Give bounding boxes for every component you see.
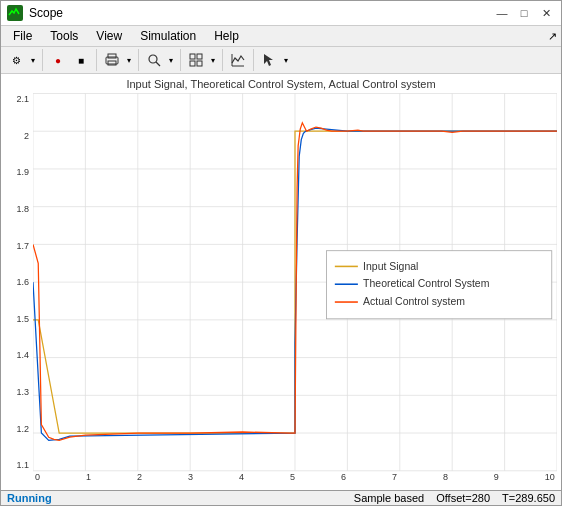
x-label-10: 10 bbox=[545, 472, 555, 488]
x-axis-labels: 0 1 2 3 4 5 6 7 8 9 10 bbox=[33, 472, 557, 488]
x-label-8: 8 bbox=[443, 472, 448, 488]
close-button[interactable]: ✕ bbox=[537, 5, 555, 21]
title-bar: Scope — □ ✕ bbox=[1, 1, 561, 26]
maximize-button[interactable]: □ bbox=[515, 5, 533, 21]
x-label-9: 9 bbox=[494, 472, 499, 488]
toolbar-group-zoom: ▾ bbox=[143, 49, 181, 71]
menu-file[interactable]: File bbox=[5, 28, 40, 44]
y-label-1: 2 bbox=[5, 131, 29, 141]
x-label-7: 7 bbox=[392, 472, 397, 488]
print-dropdown[interactable]: ▾ bbox=[124, 49, 134, 71]
x-label-6: 6 bbox=[341, 472, 346, 488]
expand-icon[interactable]: ↗ bbox=[548, 30, 557, 43]
chart-svg-container[interactable]: Input Signal Theoretical Control System … bbox=[33, 92, 557, 472]
menu-bar: File Tools View Simulation Help ↗ bbox=[1, 26, 561, 47]
zoom-dropdown[interactable]: ▾ bbox=[166, 49, 176, 71]
toolbar-group-print: ▾ bbox=[101, 49, 139, 71]
x-label-0: 0 bbox=[35, 472, 40, 488]
x-label-1: 1 bbox=[86, 472, 91, 488]
svg-rect-8 bbox=[190, 61, 195, 66]
svg-rect-6 bbox=[190, 54, 195, 59]
stop-button[interactable]: ■ bbox=[70, 49, 92, 71]
svg-rect-7 bbox=[197, 54, 202, 59]
minimize-button[interactable]: — bbox=[493, 5, 511, 21]
status-bar: Running Sample based Offset=280 T=289.65… bbox=[1, 490, 561, 505]
layout-dropdown[interactable]: ▾ bbox=[208, 49, 218, 71]
y-axis-labels: 2.1 2 1.9 1.8 1.7 1.6 1.5 1.4 1.3 1.2 1.… bbox=[5, 92, 33, 488]
status-time: T=289.650 bbox=[502, 492, 555, 504]
svg-marker-12 bbox=[264, 54, 273, 66]
y-label-10: 1.1 bbox=[5, 460, 29, 470]
svg-point-4 bbox=[149, 55, 157, 63]
y-label-0: 2.1 bbox=[5, 94, 29, 104]
status-sample-based: Sample based bbox=[354, 492, 424, 504]
chart-svg: Input Signal Theoretical Control System … bbox=[33, 92, 557, 472]
run-button[interactable]: ● bbox=[47, 49, 69, 71]
plot-area: Input Signal, Theoretical Control System… bbox=[1, 74, 561, 490]
toolbar-group-autoscale bbox=[227, 49, 254, 71]
app-icon bbox=[7, 5, 23, 21]
y-label-2: 1.9 bbox=[5, 167, 29, 177]
toolbar: ⚙ ▾ ● ■ ▾ ▾ ▾ bbox=[1, 47, 561, 74]
toolbar-group-settings: ⚙ ▾ bbox=[5, 49, 43, 71]
menu-help[interactable]: Help bbox=[206, 28, 247, 44]
y-label-4: 1.7 bbox=[5, 241, 29, 251]
svg-text:Theoretical Control System: Theoretical Control System bbox=[363, 278, 490, 289]
toolbar-group-layout: ▾ bbox=[185, 49, 223, 71]
scope-window: Scope — □ ✕ File Tools View Simulation H… bbox=[0, 0, 562, 506]
x-label-2: 2 bbox=[137, 472, 142, 488]
title-bar-left: Scope bbox=[7, 5, 63, 21]
svg-rect-9 bbox=[197, 61, 202, 66]
layout-button[interactable] bbox=[185, 49, 207, 71]
title-controls: — □ ✕ bbox=[493, 5, 555, 21]
cursor-dropdown[interactable]: ▾ bbox=[281, 49, 291, 71]
cursor-button[interactable] bbox=[258, 49, 280, 71]
chart-and-x: Input Signal Theoretical Control System … bbox=[33, 92, 557, 488]
svg-text:Input Signal: Input Signal bbox=[363, 261, 418, 272]
menu-simulation[interactable]: Simulation bbox=[132, 28, 204, 44]
toolbar-group-run: ● ■ bbox=[47, 49, 97, 71]
settings-dropdown[interactable]: ▾ bbox=[28, 49, 38, 71]
y-label-3: 1.8 bbox=[5, 204, 29, 214]
menu-tools[interactable]: Tools bbox=[42, 28, 86, 44]
y-label-5: 1.6 bbox=[5, 277, 29, 287]
y-label-9: 1.2 bbox=[5, 424, 29, 434]
plot-container: 2.1 2 1.9 1.8 1.7 1.6 1.5 1.4 1.3 1.2 1.… bbox=[5, 92, 557, 488]
svg-rect-0 bbox=[7, 5, 23, 21]
plot-title: Input Signal, Theoretical Control System… bbox=[5, 76, 557, 92]
y-label-8: 1.3 bbox=[5, 387, 29, 397]
autoscale-button[interactable] bbox=[227, 49, 249, 71]
x-label-3: 3 bbox=[188, 472, 193, 488]
toolbar-group-cursor: ▾ bbox=[258, 49, 295, 71]
menu-view[interactable]: View bbox=[88, 28, 130, 44]
settings-button[interactable]: ⚙ bbox=[5, 49, 27, 71]
x-label-5: 5 bbox=[290, 472, 295, 488]
svg-text:Actual Control system: Actual Control system bbox=[363, 296, 465, 307]
window-title: Scope bbox=[29, 6, 63, 20]
status-right: Sample based Offset=280 T=289.650 bbox=[354, 492, 555, 504]
svg-line-5 bbox=[156, 62, 160, 66]
print-button[interactable] bbox=[101, 49, 123, 71]
status-running: Running bbox=[7, 492, 52, 504]
status-offset: Offset=280 bbox=[436, 492, 490, 504]
y-label-6: 1.5 bbox=[5, 314, 29, 324]
zoom-button[interactable] bbox=[143, 49, 165, 71]
x-label-4: 4 bbox=[239, 472, 244, 488]
y-label-7: 1.4 bbox=[5, 350, 29, 360]
